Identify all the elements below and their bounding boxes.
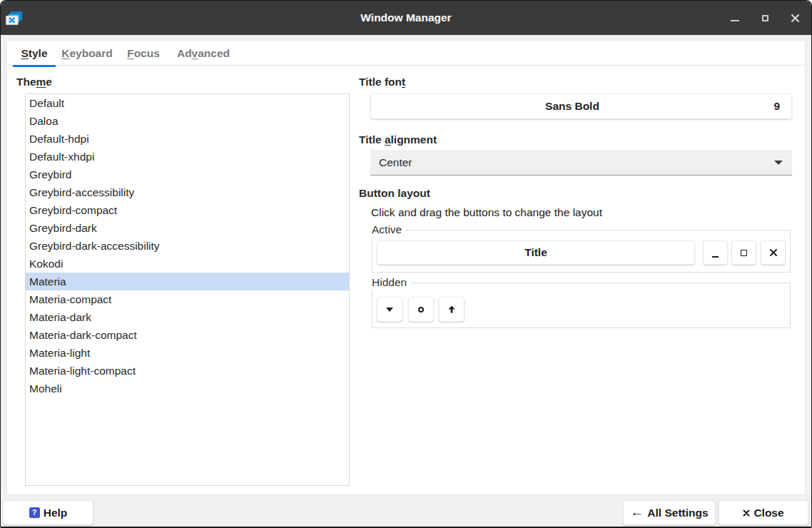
help-button-label: Help bbox=[44, 507, 68, 519]
close-icon bbox=[769, 248, 778, 257]
button-layout-hint: Click and drag the buttons to change the… bbox=[371, 205, 602, 220]
theme-list-item[interactable]: Default-xhdpi bbox=[26, 148, 349, 166]
close-icon bbox=[743, 509, 750, 517]
maximize-icon bbox=[762, 15, 768, 21]
tab-bar: Style Keyboard Focus Advanced bbox=[7, 41, 805, 66]
theme-list-item[interactable]: Greybird-compact bbox=[26, 201, 349, 219]
chevron-down-icon bbox=[774, 161, 783, 165]
theme-label: Theme bbox=[16, 75, 52, 89]
minimize-icon bbox=[731, 20, 739, 21]
tab-focus[interactable]: Focus bbox=[118, 41, 168, 66]
theme-list-item[interactable]: Materia-dark-compact bbox=[26, 326, 349, 344]
tab-keyboard[interactable]: Keyboard bbox=[56, 41, 118, 66]
font-size: 9 bbox=[773, 94, 780, 118]
theme-list-item[interactable]: Daloa bbox=[26, 112, 349, 130]
close-button[interactable]: Close bbox=[719, 500, 808, 525]
help-icon: ? bbox=[29, 507, 40, 518]
all-settings-label: All Settings bbox=[647, 507, 708, 519]
theme-list-item[interactable]: Greybird-accessibility bbox=[26, 183, 349, 201]
theme-list-item[interactable]: Materia bbox=[26, 273, 349, 290]
layout-close-button[interactable] bbox=[761, 240, 786, 265]
all-settings-button[interactable]: ← All Settings bbox=[623, 500, 716, 525]
close-button-label: Close bbox=[753, 507, 783, 519]
theme-list-item[interactable]: Materia-light-compact bbox=[26, 362, 349, 380]
title-alignment-combobox[interactable]: Center bbox=[370, 150, 792, 176]
title-alignment-label: Title alignment bbox=[359, 133, 437, 147]
tab-style[interactable]: Style bbox=[13, 41, 56, 66]
active-buttons-frame: Active Title bbox=[372, 230, 791, 273]
theme-list-item[interactable]: Greybird-dark bbox=[26, 219, 349, 237]
tab-advanced[interactable]: Advanced bbox=[168, 41, 238, 66]
title-font-label: Title font bbox=[359, 75, 405, 89]
theme-list-item[interactable]: Kokodi bbox=[26, 255, 349, 273]
theme-list[interactable]: DefaultDaloaDefault-hdpiDefault-xhdpiGre… bbox=[25, 93, 350, 486]
font-name: Sans Bold bbox=[371, 94, 773, 118]
theme-list-item[interactable]: Materia-light bbox=[26, 344, 349, 362]
hidden-buttons-frame: Hidden bbox=[372, 283, 791, 328]
titlebar-maximize-button[interactable] bbox=[755, 8, 775, 28]
combo-value: Center bbox=[379, 156, 412, 169]
theme-list-item[interactable]: Materia-compact bbox=[26, 290, 349, 308]
layout-maximize-button[interactable] bbox=[731, 240, 756, 265]
menu-icon bbox=[386, 308, 393, 312]
theme-list-item[interactable]: Materia-dark bbox=[26, 308, 349, 326]
theme-list-item[interactable]: Moheli bbox=[26, 380, 349, 397]
layout-minimize-button[interactable] bbox=[703, 240, 728, 265]
layout-stick-button[interactable] bbox=[408, 297, 434, 322]
shade-icon bbox=[447, 305, 456, 314]
help-button[interactable]: ? Help bbox=[3, 500, 93, 525]
minimize-icon bbox=[712, 256, 719, 258]
maximize-icon bbox=[741, 250, 747, 256]
title-font-button[interactable]: Sans Bold 9 bbox=[370, 93, 792, 119]
layout-shade-button[interactable] bbox=[439, 297, 465, 322]
stick-icon bbox=[418, 307, 424, 313]
window-manager-dialog: Window Manager Style Keyboard Focus Adva… bbox=[0, 0, 812, 528]
titlebar-minimize-button[interactable] bbox=[725, 8, 745, 28]
theme-list-item[interactable]: Greybird-dark-accessibility bbox=[26, 237, 349, 255]
button-layout-label: Button layout bbox=[359, 186, 430, 200]
hidden-frame-legend: Hidden bbox=[372, 275, 410, 290]
titlebar: Window Manager bbox=[1, 1, 811, 35]
window-title: Window Manager bbox=[1, 1, 811, 35]
settings-notebook: Style Keyboard Focus Advanced Theme Defa… bbox=[6, 40, 806, 495]
close-icon bbox=[791, 14, 800, 23]
theme-list-item[interactable]: Default-hdpi bbox=[26, 130, 349, 148]
active-frame-legend: Active bbox=[372, 223, 405, 237]
theme-list-item[interactable]: Default bbox=[26, 94, 349, 112]
layout-title-button[interactable]: Title bbox=[377, 240, 695, 265]
titlebar-close-button[interactable] bbox=[785, 8, 805, 28]
theme-list-item[interactable]: Greybird bbox=[26, 166, 349, 183]
back-arrow-icon: ← bbox=[630, 505, 644, 519]
layout-menu-button[interactable] bbox=[377, 297, 402, 322]
